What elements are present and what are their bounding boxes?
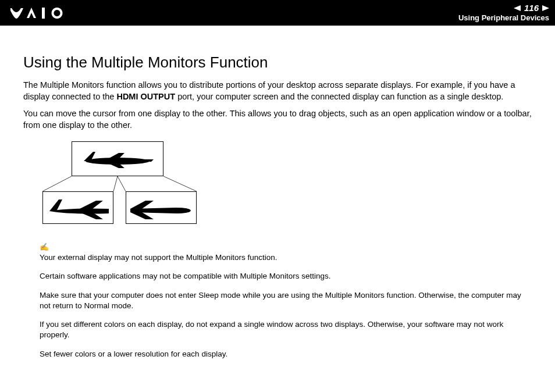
airplane-nose-icon: [129, 196, 193, 219]
note-1: Your external display may not support th…: [40, 252, 532, 263]
svg-line-6: [163, 176, 197, 191]
intro-paragraph-1: The Multiple Monitors function allows yo…: [23, 80, 532, 102]
notes-section: ✍ Your external display may not support …: [40, 241, 532, 359]
page-content: Using the Multiple Monitors Function The…: [0, 26, 555, 359]
note-2: Certain software applications may not be…: [40, 271, 532, 281]
p1-bold: HDMI OUTPUT: [116, 92, 175, 101]
secondary-display-left-icon: [42, 191, 113, 224]
header-right: 116 Using Peripheral Devices: [458, 3, 549, 22]
multiple-monitors-diagram: [40, 141, 202, 229]
svg-line-3: [42, 176, 72, 191]
prev-page-arrow-icon[interactable]: [514, 3, 521, 12]
page-header: 116 Using Peripheral Devices: [0, 0, 555, 26]
note-5: Set fewer colors or a lower resolution f…: [40, 349, 532, 359]
p1-after: port, your computer screen and the conne…: [175, 92, 503, 101]
note-4: If you set different colors on each disp…: [40, 319, 532, 340]
vaio-logo: [10, 6, 74, 20]
svg-line-5: [118, 176, 126, 191]
secondary-display-right-icon: [126, 191, 197, 224]
svg-marker-16: [130, 212, 154, 219]
breadcrumb[interactable]: Using Peripheral Devices: [458, 13, 549, 22]
svg-marker-12: [49, 199, 62, 211]
svg-marker-13: [80, 201, 103, 209]
primary-display-icon: [72, 141, 163, 176]
svg-marker-11: [144, 159, 154, 162]
intro-paragraph-2: You can move the cursor from one display…: [23, 108, 532, 131]
svg-line-4: [113, 176, 118, 191]
page-number: 116: [524, 3, 539, 12]
airplane-full-icon: [77, 148, 158, 169]
svg-marker-2: [542, 5, 549, 11]
note-icon: ✍: [40, 243, 49, 251]
page-title: Using the Multiple Monitors Function: [23, 54, 532, 72]
svg-rect-0: [42, 8, 45, 19]
note-3: Make sure that your computer does not en…: [40, 290, 532, 311]
airplane-tail-icon: [46, 196, 110, 219]
svg-marker-15: [130, 201, 154, 209]
page-navigation: 116: [458, 3, 549, 12]
svg-marker-1: [514, 5, 521, 11]
next-page-arrow-icon[interactable]: [542, 3, 549, 12]
